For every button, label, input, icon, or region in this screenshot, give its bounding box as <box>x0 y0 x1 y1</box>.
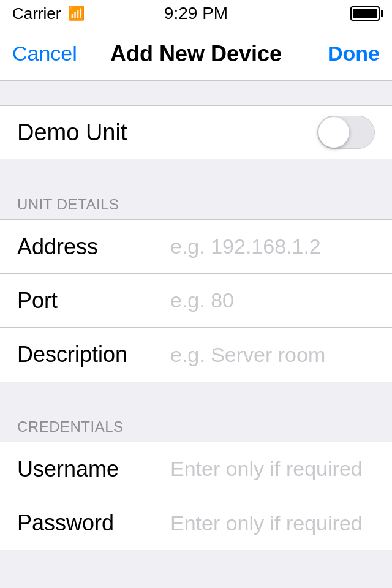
username-row: Username <box>0 442 392 496</box>
demo-unit-label: Demo Unit <box>17 119 127 146</box>
demo-unit-row: Demo Unit <box>0 105 392 159</box>
top-gap <box>0 81 392 105</box>
username-input[interactable] <box>164 457 392 481</box>
carrier-label: Carrier <box>12 4 61 23</box>
description-row: Description <box>0 328 392 382</box>
page-title: Add New Device <box>110 41 282 67</box>
description-input[interactable] <box>164 343 392 367</box>
credentials-section-header: CREDENTIALS <box>0 406 392 442</box>
done-button[interactable]: Done <box>328 36 380 72</box>
nav-bar: Cancel Add New Device Done <box>0 27 392 81</box>
demo-unit-toggle[interactable] <box>317 116 375 149</box>
status-right <box>350 6 380 21</box>
credentials-gap <box>0 382 392 406</box>
bottom-gap <box>0 550 392 587</box>
unit-details-header-label: UNIT DETAILS <box>17 196 119 213</box>
wifi-icon: 📶 <box>68 6 85 21</box>
status-time: 9:29 PM <box>164 4 228 23</box>
battery-icon <box>350 6 380 21</box>
password-input[interactable] <box>164 511 392 535</box>
credentials-form-group: Username Password <box>0 442 392 550</box>
port-label: Port <box>17 288 164 314</box>
username-label: Username <box>17 456 164 482</box>
status-bar: Carrier 📶 9:29 PM <box>0 0 392 27</box>
address-row: Address <box>0 220 392 274</box>
credentials-header-label: CREDENTIALS <box>17 418 124 435</box>
port-input[interactable] <box>164 288 392 312</box>
unit-details-form-group: Address Port Description <box>0 219 392 382</box>
password-row: Password <box>0 496 392 550</box>
unit-details-gap <box>0 159 392 184</box>
status-left: Carrier 📶 <box>12 4 85 23</box>
battery-fill <box>353 9 377 18</box>
password-label: Password <box>17 510 164 536</box>
cancel-button[interactable]: Cancel <box>12 36 77 72</box>
toggle-knob <box>318 117 349 148</box>
port-row: Port <box>0 274 392 328</box>
address-label: Address <box>17 234 164 260</box>
address-input[interactable] <box>164 235 392 258</box>
unit-details-section-header: UNIT DETAILS <box>0 184 392 219</box>
description-label: Description <box>17 342 164 368</box>
